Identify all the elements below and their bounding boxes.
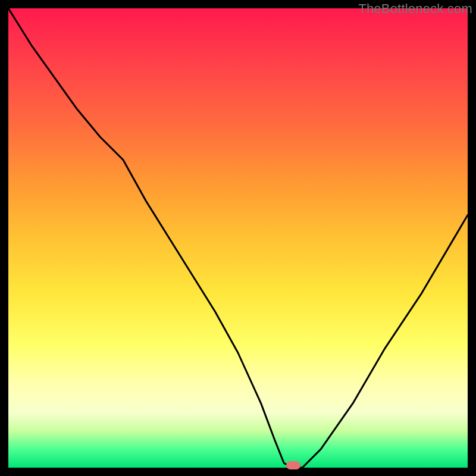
plot-background-gradient bbox=[8, 8, 468, 468]
chart-frame: TheBottleneck.com bbox=[0, 0, 476, 476]
bottleneck-curve bbox=[8, 8, 468, 468]
watermark-text: TheBottleneck.com bbox=[358, 1, 472, 17]
optimal-marker bbox=[286, 461, 300, 469]
